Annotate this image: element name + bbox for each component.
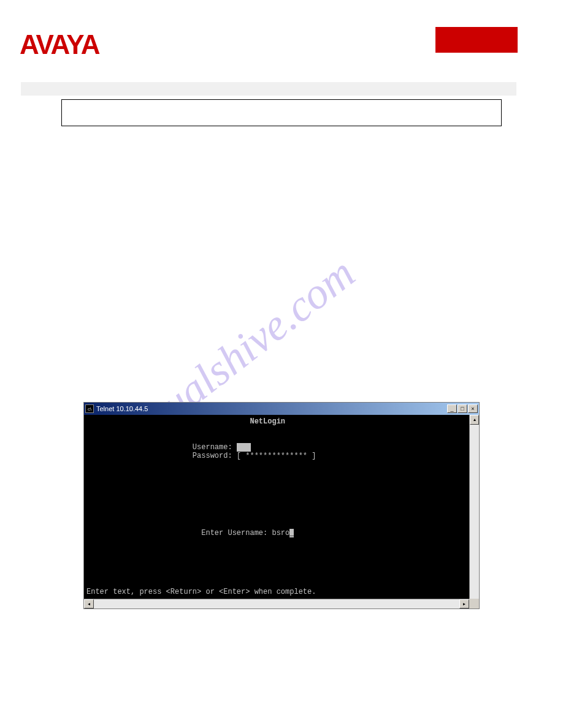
terminal-icon: c\ [85, 404, 94, 413]
maximize-button[interactable]: □ [458, 404, 467, 413]
blank-line [86, 503, 467, 512]
username-label: Username: [193, 443, 232, 452]
scrollbar-corner [469, 599, 479, 609]
blank-line [86, 486, 467, 495]
terminal-content: NetLogin Username: Password: [ *********… [86, 417, 467, 537]
terminal-body[interactable]: NetLogin Username: Password: [ *********… [84, 415, 479, 609]
prompt-value[interactable]: bsro [272, 529, 289, 537]
close-button[interactable]: × [468, 404, 478, 413]
scroll-up-button[interactable]: ▴ [470, 415, 479, 425]
password-line: Password: [ ************** ] [86, 452, 467, 460]
telnet-window: c\ Telnet 10.10.44.5 _ □ × NetLogin User… [83, 402, 480, 609]
password-value[interactable]: [ ************** ] [237, 452, 316, 460]
vertical-scrollbar[interactable]: ▴ ▾ [469, 415, 479, 609]
header-red-block [435, 27, 518, 53]
password-label: Password: [193, 452, 232, 460]
blank-line [86, 460, 467, 469]
scroll-track-h[interactable] [94, 599, 459, 609]
prompt-line: Enter Username: bsro_ [86, 529, 467, 537]
blank-line [86, 477, 467, 486]
blank-line [86, 426, 467, 434]
screen-title-line: NetLogin [86, 417, 467, 426]
scroll-track-v[interactable] [470, 425, 479, 599]
logo-text: AVAYA [20, 29, 100, 59]
blank-line [86, 495, 467, 503]
prompt-label: Enter Username: [201, 529, 272, 537]
username-line: Username: [86, 443, 467, 452]
scroll-left-button[interactable]: ◂ [84, 599, 94, 609]
scroll-right-button[interactable]: ▸ [459, 599, 469, 609]
window-titlebar[interactable]: c\ Telnet 10.10.44.5 _ □ × [84, 403, 479, 415]
horizontal-scrollbar[interactable]: ◂ ▸ [84, 599, 469, 609]
blank-line [86, 434, 467, 443]
blank-line [86, 512, 467, 520]
brand-logo: AVAYA [20, 29, 137, 66]
minimize-button[interactable]: _ [447, 404, 457, 413]
footer-line: Enter text, press <Return> or <Enter> wh… [86, 588, 316, 596]
section-bar [21, 82, 516, 96]
window-title: Telnet 10.10.44.5 [96, 405, 447, 412]
cursor: _ [289, 529, 294, 537]
blank-line [86, 469, 467, 477]
screen-title: NetLogin [250, 417, 285, 426]
blank-line [86, 520, 467, 529]
info-box [61, 99, 502, 126]
window-controls: _ □ × [447, 404, 478, 413]
username-input[interactable] [237, 443, 251, 452]
